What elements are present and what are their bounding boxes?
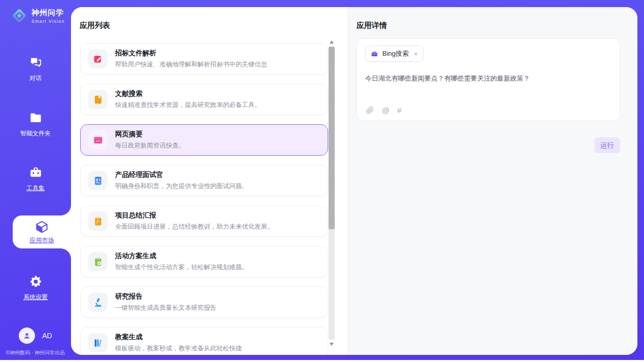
app-card-description: 帮助用户快速、准确地理解和解析招标书中的关键信息	[115, 60, 267, 69]
user-avatar-icon	[22, 331, 31, 340]
resume-icon	[88, 171, 108, 190]
toolbox-icon	[29, 166, 43, 179]
clipboard-icon	[88, 211, 108, 231]
svg-text:</>: </>	[95, 139, 101, 142]
folder-icon	[29, 111, 43, 125]
app-card-pm-interviewer[interactable]: 产品经理面试官 明确身份和职责，为您提供专业性的面试问题。	[80, 165, 328, 196]
brand-subtitle: Smart Vision	[31, 19, 65, 24]
brand-name: 神州问学	[31, 8, 65, 18]
main-content: 应用列表 招标文件解析 帮助用户快速、准确地理解和解析招标书中的关键信息	[71, 7, 637, 355]
app-card-research-report[interactable]: 研究报告 一键智能生成高质量长文本研究报告	[80, 286, 328, 318]
prompt-card[interactable]: Bing搜索 × 今日湖北有哪些新闻要点？有哪些需要关注的最新政策？ @ #	[356, 38, 620, 121]
prompt-text[interactable]: 今日湖北有哪些新闻要点？有哪些需要关注的最新政策？	[365, 74, 612, 83]
app-card-title: 招标文件解析	[115, 49, 267, 58]
user-name: AD	[42, 332, 52, 340]
app-card-bid-analysis[interactable]: 招标文件解析 帮助用户快速、准确地理解和解析招标书中的关键信息	[80, 43, 328, 75]
sidebar-item-label: 对话	[0, 74, 71, 83]
app-card-description: 模板驱动，教案秒成，教学准备从此轻松快捷	[115, 344, 242, 353]
scrollbar-up-arrow-icon[interactable]	[330, 41, 334, 44]
cube-icon	[35, 220, 49, 234]
sidebar-footer: ©神州数码 · 神州问学出品	[0, 349, 71, 356]
attachment-icon[interactable]	[366, 106, 374, 115]
app-card-description: 智能生成个性化活动方案，轻松解决规划难题。	[115, 263, 248, 272]
close-icon[interactable]: ×	[414, 51, 418, 57]
user-account[interactable]: AD	[0, 328, 71, 344]
scrollbar-track[interactable]	[329, 47, 335, 340]
diamond-logo-icon	[11, 8, 27, 24]
app-card-title: 文献搜索	[115, 89, 261, 98]
app-card-description: 快速精准查找学术资源，提高研究效率的必备工具。	[115, 101, 261, 110]
app-card-description: 每日政府新闻资讯快查。	[115, 141, 185, 150]
books-icon	[88, 333, 108, 352]
app-card-title: 产品经理面试官	[115, 170, 248, 179]
detail-panel-title: 应用详情	[356, 21, 637, 30]
run-button[interactable]: 运行	[594, 137, 620, 153]
scrollbar-thumb[interactable]	[329, 47, 335, 229]
avatar	[19, 328, 35, 344]
sidebar: 神州问学 Smart Vision 对话 智能文件夹 工具集 应用市	[0, 0, 71, 362]
sidebar-item-label: 应用市场	[13, 236, 71, 245]
sidebar-item-settings[interactable]: 系统设置	[0, 275, 71, 302]
book-icon	[88, 90, 108, 109]
app-card-title: 活动方案生成	[115, 251, 248, 261]
sidebar-item-label: 系统设置	[0, 293, 71, 302]
app-card-title: 研究报告	[115, 292, 217, 301]
chat-icon	[29, 56, 43, 69]
app-card-description: 明确身份和职责，为您提供专业性的面试问题。	[115, 182, 248, 191]
app-card-title: 教案生成	[115, 333, 242, 342]
tool-tag-label: Bing搜索	[382, 49, 409, 58]
app-detail-panel: 应用详情 Bing搜索 × 今日湖北有哪些新闻要点？有哪些需要关注的最新政策？ …	[348, 7, 637, 355]
gear-icon	[29, 275, 43, 288]
app-card-web-summary[interactable]: </> 网页摘要 每日政府新闻资讯快查。	[80, 124, 328, 156]
app-card-literature-search[interactable]: 文献搜索 快速精准查找学术资源，提高研究效率的必备工具。	[80, 84, 328, 115]
clipboard-check-icon	[88, 252, 108, 271]
sidebar-item-app-market[interactable]: 应用市场	[13, 215, 71, 248]
app-card-title: 项目总结汇报	[115, 211, 274, 220]
app-card-event-plan[interactable]: 活动方案生成 智能生成个性化活动方案，轻松解决规划难题。	[80, 246, 328, 277]
app-card-description: 一键智能生成高质量长文本研究报告	[115, 304, 217, 312]
sidebar-item-label: 工具集	[0, 184, 71, 193]
app-list: 招标文件解析 帮助用户快速、准确地理解和解析招标书中的关键信息 文献搜索 快速精…	[80, 43, 328, 355]
sidebar-item-smart-folder[interactable]: 智能文件夹	[0, 111, 71, 138]
sidebar-item-chat[interactable]: 对话	[0, 56, 71, 83]
tool-tag-bing-search[interactable]: Bing搜索 ×	[365, 46, 423, 62]
app-card-title: 网页摘要	[115, 130, 185, 139]
bottom-strip	[0, 360, 644, 362]
microscope-icon	[88, 293, 108, 312]
briefcase-icon	[371, 50, 378, 58]
hash-icon[interactable]: #	[397, 106, 401, 115]
sidebar-item-toolset[interactable]: 工具集	[0, 166, 71, 193]
app-card-lesson-plan[interactable]: 教案生成 模板驱动，教案秒成，教学准备从此轻松快捷	[80, 327, 328, 355]
brand-logo: 神州问学 Smart Vision	[11, 8, 65, 24]
pen-edit-icon	[88, 49, 108, 68]
app-card-project-summary[interactable]: 项目总结汇报 全面回顾项目进展，总结经验教训，助力未来优化发展。	[80, 205, 328, 237]
mention-icon[interactable]: @	[382, 106, 389, 115]
sidebar-item-label: 智能文件夹	[0, 129, 71, 138]
input-toolbar: @ #	[366, 106, 402, 115]
scrollbar-down-arrow-icon[interactable]	[330, 343, 334, 346]
list-panel-title: 应用列表	[80, 21, 348, 30]
app-list-panel: 应用列表 招标文件解析 帮助用户快速、准确地理解和解析招标书中的关键信息	[71, 7, 348, 355]
app-card-description: 全面回顾项目进展，总结经验教训，助力未来优化发展。	[115, 223, 274, 231]
list-scrollbar[interactable]	[329, 41, 335, 346]
browser-code-icon: </>	[88, 130, 108, 150]
